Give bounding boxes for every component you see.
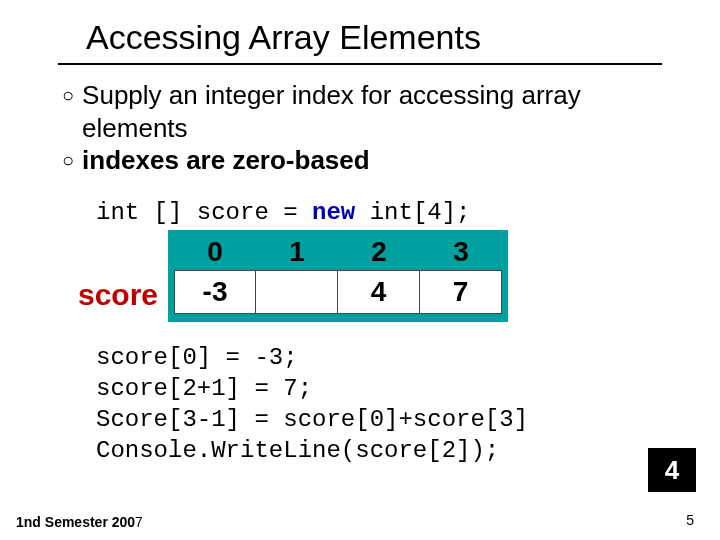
code-line: score[2+1] = 7;: [96, 373, 662, 404]
bullet-text: Supply an integer index for accessing ar…: [82, 79, 662, 144]
code-text: int[4];: [355, 199, 470, 226]
code-text: int [] score =: [96, 199, 312, 226]
footer-part: nd: [24, 514, 41, 530]
array-cell: 4: [338, 270, 420, 314]
ring-bullet-icon: ○: [62, 148, 74, 173]
code-declaration: int [] score = new int[4];: [96, 199, 662, 226]
bullet-list: ○ Supply an integer index for accessing …: [62, 79, 662, 177]
title-divider: [58, 63, 662, 65]
code-keyword: new: [312, 199, 355, 226]
footer-text: 1nd Semester 2007: [16, 514, 143, 530]
footer-part: Semester 200: [41, 514, 135, 530]
bullet-item: ○ indexes are zero-based: [62, 144, 662, 177]
code-line: Score[3-1] = score[0]+score[3]: [96, 404, 662, 435]
index-label: 3: [420, 236, 502, 268]
code-line: Console.WriteLine(score[2]);: [96, 435, 662, 466]
array-box: 0 1 2 3 -3 4 7: [168, 230, 508, 322]
ring-bullet-icon: ○: [62, 83, 74, 108]
array-name-label: score: [78, 280, 158, 322]
array-cell: 7: [420, 270, 502, 314]
array-cell: [256, 270, 338, 314]
slide-title: Accessing Array Elements: [86, 18, 662, 57]
code-block: score[0] = -3; score[2+1] = 7; Score[3-1…: [96, 342, 662, 467]
index-label: 2: [338, 236, 420, 268]
index-label: 1: [256, 236, 338, 268]
array-cell: -3: [174, 270, 256, 314]
bullet-item: ○ Supply an integer index for accessing …: [62, 79, 662, 144]
index-row: 0 1 2 3: [174, 236, 502, 268]
array-visualization: score 0 1 2 3 -3 4 7: [78, 230, 662, 322]
footer-part: 1: [16, 514, 24, 530]
footer-part: 7: [135, 514, 143, 530]
slide-number: 5: [686, 512, 694, 528]
bullet-text: indexes are zero-based: [82, 144, 370, 177]
cell-row: -3 4 7: [174, 270, 502, 314]
code-line: score[0] = -3;: [96, 342, 662, 373]
index-label: 0: [174, 236, 256, 268]
output-badge: 4: [648, 448, 696, 492]
